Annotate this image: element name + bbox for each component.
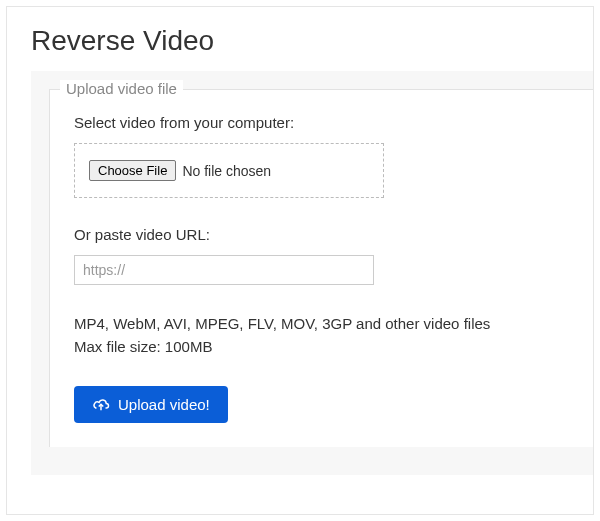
url-section: Or paste video URL: [74, 226, 569, 285]
page-container: Reverse Video Upload video file Select v… [6, 6, 594, 515]
page-title: Reverse Video [7, 7, 593, 71]
maxsize-text: Max file size: 100MB [74, 336, 569, 359]
upload-panel: Upload video file Select video from your… [31, 71, 593, 475]
upload-fieldset: Upload video file Select video from your… [49, 89, 593, 447]
choose-file-button[interactable]: Choose File [89, 160, 176, 181]
info-text: MP4, WebM, AVI, MPEG, FLV, MOV, 3GP and … [74, 313, 569, 358]
url-label: Or paste video URL: [74, 226, 569, 243]
fieldset-legend: Upload video file [60, 80, 183, 97]
select-file-label: Select video from your computer: [74, 114, 569, 131]
video-url-input[interactable] [74, 255, 374, 285]
file-drop-zone[interactable]: Choose File No file chosen [74, 143, 384, 198]
upload-video-button[interactable]: Upload video! [74, 386, 228, 423]
cloud-upload-icon [92, 398, 110, 412]
formats-text: MP4, WebM, AVI, MPEG, FLV, MOV, 3GP and … [74, 313, 569, 336]
upload-button-label: Upload video! [118, 396, 210, 413]
file-status-text: No file chosen [182, 163, 271, 179]
